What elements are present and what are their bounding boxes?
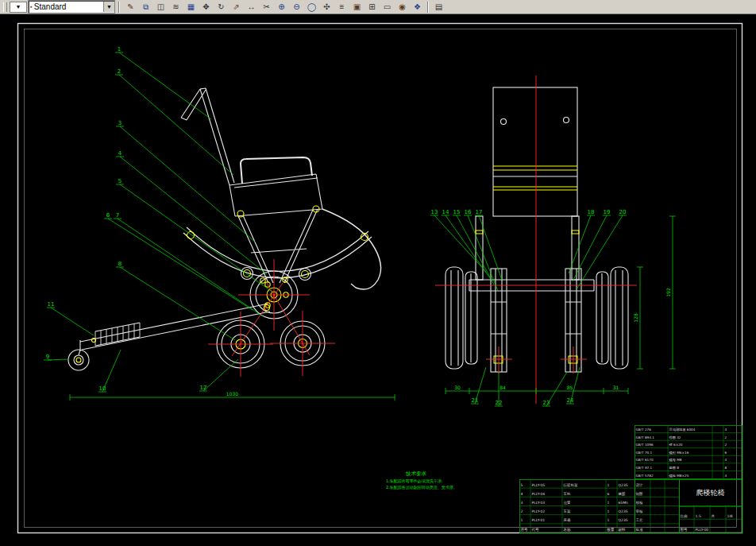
toolbar-buttons: ✎⧉◫≋▦✥↻⇗↔✂⊕⊖◯✣≡▣⊞▭◉❖▤ [123, 1, 446, 13]
dim-label: 192 [665, 288, 671, 297]
callout-label: 18 [588, 209, 595, 215]
table-cell: 5 [521, 483, 523, 487]
toolbar-separator [118, 2, 120, 13]
side-view-drawing [68, 88, 381, 370]
callout-label: 19 [604, 209, 611, 215]
drawing-canvas[interactable]: 1234567811910121314151617181920212223241… [0, 14, 756, 546]
callout-label: 6 [106, 212, 110, 219]
table-cell: 4 [521, 492, 523, 496]
callout-label: 8 [118, 261, 122, 267]
table-cell: 材料 [618, 528, 627, 532]
table-cell: 1:5 [696, 514, 701, 518]
table-cell: 行星轮架 [563, 483, 579, 487]
callout-label: 10 [99, 385, 106, 392]
table-cell: GB/T 1096 [636, 443, 654, 447]
toolbar-button-pan-icon[interactable]: ✣ [319, 1, 334, 13]
callout-label: 9 [46, 354, 49, 360]
table-cell: 2 [725, 436, 727, 440]
toolbar-button-rotate-icon[interactable]: ↻ [214, 1, 229, 13]
table-cell: 序号 [521, 528, 529, 532]
dim-label: 128 [633, 313, 638, 323]
table-cell: Q235 [619, 509, 628, 513]
table-cell: 3 [521, 501, 523, 505]
dim-label: 85 [567, 385, 573, 390]
toolbar-button-mirror-icon[interactable]: ◫ [153, 1, 168, 13]
table-cell: 6 [608, 492, 610, 496]
table-cell: 设计 [636, 482, 644, 487]
table-cell: 批准 [635, 528, 644, 532]
table-cell: 共 [712, 514, 716, 518]
table-cell: 螺钉 M6×16 [669, 451, 689, 455]
callout-label: 7 [116, 212, 119, 219]
toolbar-button-block-icon[interactable]: ❖ [410, 1, 425, 13]
dim-label: 31 [613, 385, 619, 390]
table-cell: Q235 [619, 483, 628, 487]
table-cell: 1 [608, 483, 610, 487]
table-cell: 拉簧 [564, 500, 572, 505]
toolbar-button-zoom-window-icon[interactable]: ⊕ [274, 1, 289, 13]
toolbar-separator [427, 2, 429, 13]
table-cell: 名称 [564, 528, 572, 532]
table-cell: 2 [521, 509, 523, 513]
callout-label: 11 [48, 301, 55, 308]
toolbar-button-donut-icon[interactable]: ◉ [395, 1, 410, 13]
table-cell: 65Mn [619, 501, 629, 505]
table-cell: 螺栓 M8×25 [669, 474, 689, 478]
toolbar-button-list-icon[interactable]: ≡ [334, 1, 349, 13]
toolbar-flyout-arrow[interactable]: ▼ [10, 2, 27, 13]
toolbar-button-offset-icon[interactable]: ≋ [168, 1, 183, 13]
table-cell: 螺母 M8 [669, 458, 682, 462]
cad-drawing[interactable]: 1234567811910121314151617181920212223241… [0, 14, 756, 546]
leader-line [120, 184, 273, 292]
table-cell: 6 [725, 451, 727, 455]
leader-line [108, 219, 253, 310]
tables-layer: GB/T 276深沟球轴承 60044GB/T 893.1挡圈 322GB/T … [519, 425, 742, 533]
table-cell: 图号 [681, 528, 688, 532]
callout-label: 2 [118, 68, 121, 75]
table-cell: Q235 [619, 518, 628, 522]
table-cell: 橡胶 [618, 491, 627, 496]
table-cell: 1张 [727, 514, 734, 518]
notes-line: 1.装配前所有零件必须清洗干净; [386, 478, 443, 484]
notes-title: 技术要求 [405, 470, 427, 477]
toolbar-button-region-icon[interactable]: ▣ [349, 1, 364, 13]
toolbar-button-rectangle-icon[interactable]: ▭ [380, 1, 395, 13]
table-cell: 工艺 [636, 517, 644, 522]
table-cell: 垫圈 8 [669, 466, 680, 470]
table-cell: GB/T 893.1 [636, 436, 655, 440]
toolbar-button-trim-icon[interactable]: ✂ [259, 1, 274, 13]
callout-label: 1 [118, 46, 121, 52]
leader-line [446, 215, 490, 278]
table-cell: 8 [725, 466, 727, 470]
callout-label: 3 [118, 120, 122, 126]
toolbar-button-properties-icon[interactable]: ▤ [431, 1, 446, 13]
table-cell: PLLY-05 [532, 483, 546, 487]
toolbar-button-erase-icon[interactable]: ✎ [123, 1, 138, 13]
table-border [680, 506, 742, 533]
toolbar-button-scale-icon[interactable]: ⇗ [229, 1, 244, 13]
table-cell: GB/T 70.1 [636, 451, 653, 455]
toolbar: ▼ ▪ Standard ▼ ✎⧉◫≋▦✥↻⇗↔✂⊕⊖◯✣≡▣⊞▭◉❖▤ [0, 0, 756, 14]
table-cell: 4 [725, 474, 727, 478]
table-border [520, 480, 635, 533]
table-cell: 代号 [531, 528, 540, 532]
table-cell: 深沟球轴承 6004 [669, 428, 696, 432]
combo-dropdown-arrow-icon[interactable]: ▼ [103, 2, 114, 12]
toolbar-grip[interactable] [3, 2, 7, 12]
table-cell: 数量 [608, 528, 615, 532]
toolbar-button-move-icon[interactable]: ✥ [199, 1, 214, 13]
toolbar-button-array-icon[interactable]: ▦ [183, 1, 199, 13]
toolbar-button-stretch-icon[interactable]: ↔ [244, 1, 259, 13]
style-combo-value: Standard [34, 2, 103, 11]
table-border [635, 480, 680, 533]
callout-label: 13 [431, 209, 438, 215]
table-cell: 比例 [681, 514, 688, 519]
drawing-title: 爬楼轮椅 [696, 489, 725, 497]
toolbar-button-table-icon[interactable]: ⊞ [364, 1, 380, 13]
toolbar-button-copy-icon[interactable]: ⧉ [138, 1, 153, 13]
table-cell: 车轮 [564, 492, 572, 496]
table-cell: GB/T 5782 [636, 474, 654, 478]
toolbar-button-zoom-extents-icon[interactable]: ◯ [304, 1, 319, 13]
style-combobox[interactable]: ▪ Standard ▼ [28, 0, 115, 14]
toolbar-button-zoom-previous-icon[interactable]: ⊖ [289, 1, 304, 13]
